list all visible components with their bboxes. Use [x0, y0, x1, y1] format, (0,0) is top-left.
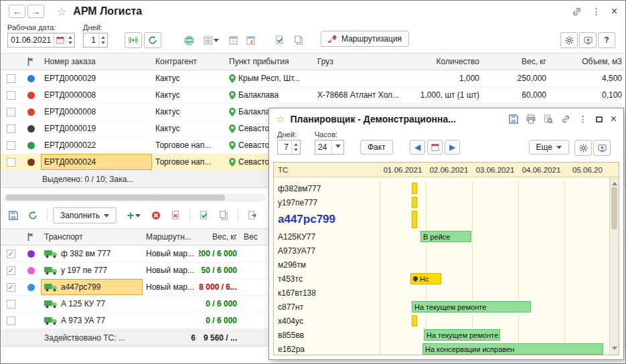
transport-route[interactable]: Новый мар... [143, 279, 199, 295]
order-number[interactable]: ЕРТД0000008 [41, 87, 152, 103]
gantt-bar[interactable] [412, 197, 417, 208]
gantt-bar[interactable]: В рейсе [420, 231, 471, 242]
gantt-track[interactable] [380, 209, 609, 230]
gantt-vehicle-name[interactable]: А125КУ77 [274, 232, 380, 242]
gantt-vehicle-name[interactable]: с877нт [274, 302, 380, 312]
gantt-row[interactable]: в855ввНа текущем ремонте [274, 328, 609, 342]
refresh-transport-button[interactable] [24, 207, 42, 223]
preview-icon[interactable] [544, 114, 553, 124]
planner-days-value[interactable]: 7 [278, 141, 291, 154]
table-view-button[interactable] [224, 32, 242, 48]
days-spinner[interactable] [98, 33, 107, 47]
col-header-weight[interactable]: Вес, кг [483, 54, 550, 70]
print-icon[interactable] [526, 114, 536, 124]
order-contractor[interactable]: Кактус [152, 120, 226, 136]
transport-weight[interactable]: 0 / 6 000 [199, 296, 240, 312]
close-icon[interactable]: × [611, 6, 617, 17]
list-menu-button[interactable] [200, 32, 222, 48]
order-volume[interactable]: 0,100 [550, 87, 625, 103]
order-cargo[interactable]: Х-78668 Атлант Хол... [314, 87, 406, 103]
order-qty[interactable]: 1,000, шт (1 шт) [406, 87, 483, 103]
gantt-bar[interactable]: На текущем ремонте [424, 329, 500, 341]
order-contractor[interactable]: Торговое нап... [152, 137, 226, 153]
order-qty[interactable]: 1,000 [406, 70, 483, 86]
transport-name[interactable]: ф 382 вм 777 [61, 249, 110, 258]
order-row[interactable]: ЕРТД0000029 Кактус Крым Респ, Шт... 1,00… [1, 70, 625, 87]
planner-form-settings-button[interactable] [593, 140, 611, 156]
gantt-track[interactable]: На консервации исправен [380, 342, 609, 355]
fill-button[interactable]: Заполнить [53, 207, 116, 223]
back-button[interactable]: ← [9, 5, 25, 18]
order-checkbox[interactable] [7, 158, 15, 167]
gantt-bar[interactable] [412, 211, 417, 228]
copy-button[interactable] [290, 32, 307, 48]
transport-checkbox[interactable]: ✓ [7, 283, 15, 292]
scroll-down-icon[interactable] [612, 347, 617, 353]
order-checkbox[interactable] [7, 124, 15, 133]
add-button[interactable]: + [123, 207, 145, 223]
get-link-icon[interactable] [561, 114, 570, 124]
col-header-destination[interactable]: Пункт прибытия [226, 54, 314, 70]
gantt-vehicle-name[interactable]: м296тм [274, 260, 380, 270]
gantt-row[interactable]: ф382вм777 [274, 181, 609, 195]
gantt-vehicle-name[interactable]: А973УА77 [274, 246, 380, 256]
next-period-button[interactable]: ▶ [445, 140, 460, 155]
transport-checkbox[interactable]: ✓ [7, 250, 15, 258]
planner-hours-field[interactable]: 24 [315, 140, 344, 155]
planner-hours-value[interactable]: 24 [315, 141, 331, 154]
gantt-vehicle-name[interactable]: а447рс799 [274, 213, 380, 226]
fact-button[interactable]: Факт [360, 140, 393, 155]
days-value[interactable]: 1 [84, 33, 98, 47]
planner-days-field[interactable]: 7 [277, 140, 301, 155]
transport-weight[interactable]: 200 / 6 000 [199, 246, 240, 262]
order-number[interactable]: ЕРТД0000022 [41, 137, 152, 153]
save-icon[interactable] [509, 114, 518, 124]
gantt-track[interactable] [380, 244, 609, 258]
gantt-vehicle-name[interactable]: т453тс [274, 274, 380, 284]
gantt-track[interactable]: На текущем ремонте [380, 300, 609, 314]
order-weight[interactable]: 250,000 [483, 70, 550, 86]
calendar-icon[interactable] [54, 33, 66, 47]
transport-name[interactable]: у 197 пе 777 [61, 266, 107, 275]
refresh-button[interactable] [144, 32, 161, 48]
more-menu-icon[interactable]: ⋮ [592, 6, 601, 17]
transport-route[interactable]: Новый мар... [143, 246, 199, 262]
transport-name[interactable]: А 125 КУ 77 [61, 299, 105, 308]
transport-name[interactable]: А 973 УА 77 [61, 316, 105, 325]
gantt-track[interactable]: На текущем ремонте [380, 328, 609, 342]
gantt-row[interactable]: м296тм [274, 258, 609, 272]
col-header-transport[interactable]: Транспорт [41, 229, 143, 245]
broadcast-button[interactable] [125, 32, 142, 48]
gantt-row[interactable]: т453тсНс [274, 272, 609, 286]
work-date-field[interactable]: 01.06.2021 [7, 33, 75, 48]
transport-weight[interactable]: 0 / 6 000 [199, 312, 240, 329]
order-checkbox[interactable] [7, 141, 15, 150]
copy-transport-button[interactable] [215, 207, 232, 223]
order-destination[interactable]: Балаклава [238, 90, 279, 100]
more-menu-icon[interactable]: ⋮ [578, 114, 588, 124]
gantt-vehicle-name[interactable]: х404ус [274, 316, 380, 326]
planner-settings-button[interactable] [574, 140, 592, 156]
check-transport-button[interactable] [195, 207, 213, 223]
gantt-track[interactable]: В рейсе [380, 230, 609, 244]
get-link-icon[interactable] [572, 7, 582, 17]
more-actions-button[interactable]: Еще [529, 140, 569, 155]
gantt-vehicle-name[interactable]: е162ра [274, 345, 380, 354]
col-header-number[interactable]: Номер заказа [41, 54, 152, 70]
transport-name-focused[interactable]: а447рс799 [61, 282, 100, 292]
table-edit-button[interactable] [242, 32, 259, 48]
check-orders-button[interactable] [271, 32, 289, 48]
routing-button[interactable]: Маршрутизация [321, 31, 409, 47]
gantt-row[interactable]: а447рс799 [274, 209, 609, 230]
order-number[interactable]: ЕРТД0000029 [41, 70, 152, 86]
transport-route[interactable]: Новый мар... [143, 262, 199, 278]
gantt-bar[interactable]: На текущем ремонте [412, 301, 531, 312]
order-contractor[interactable]: Кактус [152, 104, 226, 120]
help-button[interactable]: ? [598, 32, 615, 48]
order-contractor[interactable]: Кактус [152, 70, 226, 86]
planner-days-spinner[interactable] [291, 141, 300, 154]
gantt-row[interactable]: к167вт138 [274, 286, 609, 300]
form-settings-button[interactable] [579, 32, 597, 48]
transport-weight[interactable]: 50 / 6 000 [199, 262, 240, 278]
gantt-track[interactable] [380, 181, 609, 195]
